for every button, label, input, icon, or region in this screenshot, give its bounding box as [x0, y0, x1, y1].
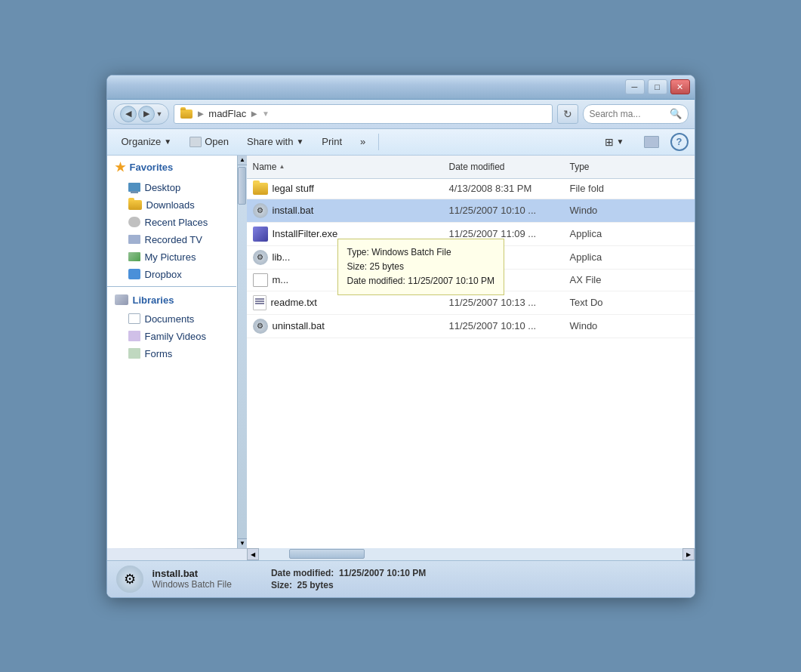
install-bat-icon: ⚙	[253, 203, 268, 218]
title-bar-buttons: ─ □ ✕	[625, 79, 690, 94]
sidebar: ▲ ▼ ★ Favorites Desktop Downloads	[107, 156, 247, 548]
sidebar-item-dropbox[interactable]: Dropbox	[107, 266, 236, 283]
readme-icon	[253, 295, 266, 310]
share-button[interactable]: Share with ▼	[239, 132, 312, 151]
more-label: »	[360, 136, 365, 147]
documents-icon	[128, 313, 140, 324]
lib-type: Applica	[564, 250, 655, 264]
file-row-uninstall[interactable]: ⚙ uninstall.bat 11/25/2007 10:10 ... Win…	[247, 315, 695, 338]
sidebar-item-documents[interactable]: Documents	[107, 310, 236, 328]
column-header-date[interactable]: Date modified	[443, 159, 564, 175]
lib-date: ... PM	[443, 250, 564, 264]
sidebar-item-forms[interactable]: Forms	[107, 345, 236, 362]
hscroll-left-arrow[interactable]: ◀	[247, 548, 259, 560]
help-button[interactable]: ?	[670, 133, 689, 151]
more-button[interactable]: »	[352, 132, 374, 151]
file-row-install-bat[interactable]: ⚙ install.bat 11/25/2007 10:10 ... Windo	[247, 199, 695, 223]
path-end-arrow: ▼	[262, 109, 270, 118]
path-text: madFlac	[208, 108, 246, 119]
main-content: ▲ ▼ ★ Favorites Desktop Downloads	[107, 156, 695, 548]
downloads-folder-icon	[128, 200, 142, 210]
close-button[interactable]: ✕	[670, 79, 690, 94]
explorer-window: ─ □ ✕ ◀ ▶ ▼ ► madFlac ► ▼ ↻ 🔍 Organize ▼	[106, 75, 695, 598]
status-date-label: Date modified:	[271, 568, 334, 578]
open-button[interactable]: Open	[181, 132, 237, 151]
print-button[interactable]: Print	[313, 132, 350, 151]
nav-back-forward-group: ◀ ▶ ▼	[113, 103, 170, 125]
sort-indicator: ▲	[279, 163, 285, 170]
hscroll-thumb[interactable]	[289, 549, 365, 559]
sidebar-libraries-header: Libraries	[107, 290, 236, 310]
sidebar-item-desktop[interactable]: Desktop	[107, 179, 236, 196]
uninstall-icon: ⚙	[253, 319, 268, 334]
readme-type: Text Do	[564, 295, 655, 310]
file-row-m[interactable]: m... ... PM AX File	[247, 270, 695, 291]
sidebar-item-dropbox-label: Dropbox	[145, 269, 182, 280]
status-size-row: Size: 25 bytes	[271, 580, 426, 590]
installfilter-date: 11/25/2007 11:09 ...	[443, 227, 564, 241]
legal-stuff-folder-icon	[253, 183, 268, 195]
uninstall-date: 11/25/2007 10:10 ...	[443, 319, 564, 333]
file-row-lib[interactable]: ⚙ lib... ... PM Applica	[247, 246, 695, 270]
back-button[interactable]: ◀	[120, 106, 137, 122]
views-button[interactable]: ⊞ ▼	[596, 132, 633, 152]
status-file-info: install.bat Windows Batch File	[152, 568, 232, 590]
file-row-installfilter[interactable]: InstallFilter.exe 11/25/2007 11:09 ... A…	[247, 223, 695, 246]
nav-dropdown[interactable]: ▼	[156, 110, 163, 118]
file-row-readme[interactable]: readme.txt 11/25/2007 10:13 ... Text Do	[247, 291, 695, 315]
path-separator: ►	[196, 108, 205, 119]
status-date-value: 11/25/2007 10:10 PM	[339, 568, 426, 578]
search-icon: 🔍	[670, 108, 682, 119]
sidebar-item-family-videos-label: Family Videos	[145, 331, 206, 342]
family-videos-icon	[128, 331, 140, 341]
minimize-button[interactable]: ─	[625, 79, 645, 94]
open-label: Open	[205, 136, 229, 147]
favorites-label: Favorites	[130, 162, 174, 173]
toolbar-separator	[378, 134, 379, 150]
maximize-button[interactable]: □	[648, 79, 667, 94]
organize-button[interactable]: Organize ▼	[113, 132, 180, 151]
pane-icon	[644, 136, 659, 148]
column-header-type[interactable]: Type	[564, 159, 655, 175]
forward-button[interactable]: ▶	[138, 106, 155, 122]
install-bat-date: 11/25/2007 10:10 ...	[443, 203, 564, 217]
search-box[interactable]: 🔍	[583, 104, 689, 124]
sidebar-item-forms-label: Forms	[145, 348, 173, 359]
print-label: Print	[322, 136, 342, 147]
address-path[interactable]: ► madFlac ► ▼	[174, 104, 552, 124]
sidebar-divider	[107, 286, 236, 287]
dropbox-icon	[128, 269, 140, 279]
file-row-legal-stuff[interactable]: legal stuff 4/13/2008 8:31 PM File fold	[247, 179, 695, 199]
sidebar-item-downloads[interactable]: Downloads	[107, 196, 236, 214]
m-type: AX File	[564, 273, 655, 287]
status-size-value: 25 bytes	[297, 580, 334, 590]
hscroll-track[interactable]	[259, 548, 682, 560]
sidebar-item-my-pictures-label: My Pictures	[145, 251, 196, 263]
sidebar-item-recent-places-label: Recent Places	[145, 217, 208, 228]
favorites-star-icon: ★	[115, 160, 125, 174]
hscroll-right-arrow[interactable]: ▶	[682, 548, 695, 560]
search-input[interactable]	[590, 109, 667, 119]
m-icon	[253, 273, 268, 287]
recorded-tv-icon	[128, 235, 140, 244]
sidebar-item-recent-places[interactable]: Recent Places	[107, 214, 236, 231]
forms-icon	[128, 348, 140, 359]
share-label: Share with	[247, 136, 293, 147]
path-folder-icon	[180, 109, 193, 119]
my-pictures-icon	[128, 252, 140, 261]
sidebar-item-downloads-label: Downloads	[146, 199, 195, 211]
uninstall-name: uninstall.bat	[273, 320, 325, 331]
libraries-label: Libraries	[133, 294, 174, 306]
pane-button[interactable]	[636, 132, 667, 152]
installfilter-name: InstallFilter.exe	[273, 228, 338, 239]
sidebar-item-my-pictures[interactable]: My Pictures	[107, 248, 236, 266]
recent-places-icon	[128, 217, 140, 227]
column-header-name[interactable]: Name ▲	[247, 159, 443, 175]
sidebar-item-recorded-tv-label: Recorded TV	[145, 234, 202, 245]
sidebar-content: ▲ ▼ ★ Favorites Desktop Downloads	[107, 156, 236, 548]
refresh-button[interactable]: ↻	[557, 104, 578, 124]
sidebar-item-recorded-tv[interactable]: Recorded TV	[107, 231, 236, 248]
sidebar-item-family-videos[interactable]: Family Videos	[107, 328, 236, 345]
lib-name: lib...	[273, 251, 291, 263]
legal-stuff-name: legal stuff	[273, 183, 314, 194]
